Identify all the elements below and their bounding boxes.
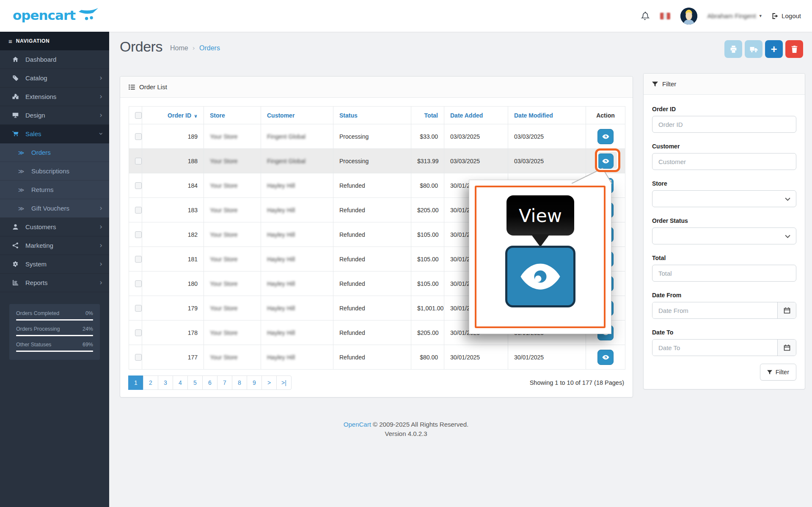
user-caret-down-icon: ▾ [760, 13, 762, 19]
row-checkbox[interactable] [135, 133, 142, 140]
breadcrumb-separator: › [193, 44, 195, 52]
sidebar-item[interactable]: ≫ Returns [0, 181, 109, 199]
row-checkbox[interactable] [135, 207, 142, 214]
sidebar-item[interactable]: Reports › [0, 274, 109, 292]
stat-label: Orders Completed [16, 310, 59, 316]
plus-icon: + [771, 44, 777, 55]
chevron-icon: › [99, 74, 102, 82]
customer-cell: Hayley Hill [267, 207, 295, 214]
page-button[interactable]: 8 [232, 375, 247, 390]
sidebar-item[interactable]: ≫ Orders [0, 143, 109, 162]
sidebar-item-label: Design [25, 112, 45, 119]
row-checkbox[interactable] [135, 305, 142, 312]
row-checkbox[interactable] [135, 231, 142, 238]
chevron-icon: › [99, 279, 102, 286]
date-to-calendar-button[interactable] [777, 340, 796, 356]
user-avatar[interactable] [680, 8, 697, 25]
filter-store-select[interactable] [652, 190, 796, 207]
row-checkbox[interactable] [135, 182, 142, 189]
chevron-icon: › [99, 205, 102, 212]
toolbar-button[interactable] [745, 40, 762, 58]
angles-right-icon: ≫ [17, 168, 25, 175]
row-checkbox[interactable] [135, 329, 142, 336]
chevron-icon: › [99, 260, 102, 268]
page-button[interactable]: 5 [187, 375, 203, 390]
home-icon [11, 56, 19, 63]
toolbar-button[interactable] [724, 40, 742, 58]
sidebar-navigation-header: ≡ NAVIGATION [0, 32, 109, 50]
select-all-checkbox[interactable] [135, 112, 142, 119]
opencart-footer-link[interactable]: OpenCart [344, 421, 371, 428]
page-button[interactable]: 7 [217, 375, 232, 390]
sidebar-item[interactable]: Extensions › [0, 88, 109, 106]
logout-button[interactable]: Logout [772, 12, 801, 19]
breadcrumb: Home › Orders [170, 44, 220, 55]
eye-icon [520, 263, 561, 290]
page-button[interactable]: 1 [128, 375, 143, 390]
sidebar-item[interactable]: Design › [0, 106, 109, 125]
sidebar-item-label: Catalog [25, 74, 47, 82]
page-title: Orders [120, 38, 162, 55]
row-checkbox[interactable] [135, 280, 142, 287]
page-button[interactable]: 6 [202, 375, 217, 390]
filter-date-from-input[interactable] [652, 302, 777, 318]
filter-total-input[interactable] [652, 265, 796, 282]
date-from-calendar-button[interactable] [777, 302, 796, 318]
angles-right-icon: ≫ [17, 205, 25, 212]
column-total[interactable]: Total [424, 112, 438, 119]
view-order-button[interactable] [597, 129, 614, 144]
column-order-id[interactable]: Order ID [168, 112, 191, 119]
row-checkbox[interactable] [135, 158, 142, 164]
sidebar-item[interactable]: Catalog › [0, 69, 109, 88]
page-button[interactable]: > [261, 375, 277, 390]
sidebar-item[interactable]: ≫ Subscriptions [0, 162, 109, 181]
sidebar-item[interactable]: ≫ Gift Vouchers › [0, 199, 109, 218]
order-id-cell: 188 [142, 149, 204, 173]
stat-progress-bar [16, 351, 93, 352]
user-menu[interactable]: Abraham Fingent ▾ [707, 12, 762, 19]
opencart-logo[interactable]: opencart [13, 7, 98, 24]
filter-order-id-input[interactable] [652, 116, 796, 133]
page-button[interactable]: 4 [173, 375, 188, 390]
cart-logo-icon [79, 7, 98, 22]
breadcrumb-current-link[interactable]: Orders [199, 44, 220, 52]
filter-date-to-input[interactable] [652, 340, 777, 356]
page-button[interactable]: >| [276, 375, 292, 390]
status-cell: Refunded [333, 198, 411, 222]
sidebar-item[interactable]: Dashboard [0, 50, 109, 69]
sidebar-item[interactable]: Marketing › [0, 236, 109, 255]
sidebar-item-label: Gift Vouchers [31, 205, 69, 212]
language-flag-icon[interactable] [660, 13, 670, 19]
sidebar-item[interactable]: System › [0, 255, 109, 274]
column-status[interactable]: Status [339, 112, 358, 119]
total-cell: $80.00 [411, 345, 444, 370]
row-checkbox[interactable] [135, 256, 142, 263]
filter-submit-button[interactable]: Filter [760, 364, 796, 381]
notifications-bell-icon[interactable] [640, 11, 650, 21]
eye-icon [602, 355, 609, 360]
zoom-callout-popup: View [469, 180, 611, 334]
sidebar-item-label: Sales [25, 130, 41, 137]
breadcrumb-home-link[interactable]: Home [170, 44, 188, 52]
filter-customer-input[interactable] [652, 153, 796, 170]
filter-order-status-select[interactable] [652, 227, 796, 244]
sidebar-item[interactable]: Sales › [0, 125, 109, 143]
page-button[interactable]: 9 [247, 375, 262, 390]
filter-button-label: Filter [776, 369, 789, 375]
sidebar-item[interactable]: Customers › [0, 218, 109, 236]
view-order-button[interactable] [597, 350, 614, 365]
column-date-added[interactable]: Date Added [450, 112, 483, 119]
page-button[interactable]: 3 [158, 375, 173, 390]
date-added-cell: 03/03/2025 [444, 149, 508, 173]
column-date-modified[interactable]: Date Modified [514, 112, 553, 119]
column-store[interactable]: Store [210, 112, 225, 119]
page-button[interactable]: 2 [143, 375, 158, 390]
column-customer[interactable]: Customer [267, 112, 295, 119]
customer-cell: Hayley Hill [267, 182, 295, 189]
toolbar-button[interactable]: + [765, 40, 783, 58]
row-checkbox[interactable] [135, 354, 142, 361]
filter-panel-header: Filter [644, 74, 805, 95]
toolbar-button[interactable] [785, 40, 803, 58]
sidebar-item-label: Returns [31, 186, 54, 193]
order-id-cell: 184 [142, 173, 204, 198]
